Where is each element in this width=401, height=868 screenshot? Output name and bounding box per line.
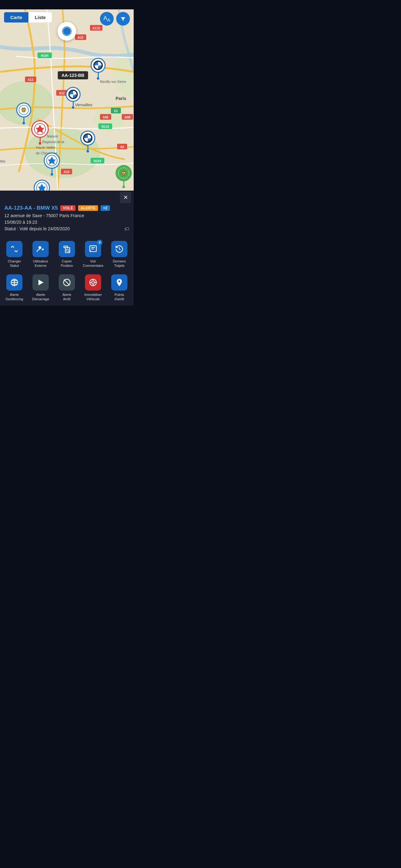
map-pin-bmw1[interactable]: BMW bbox=[91, 58, 106, 80]
action-label-immobiliser-vehicule: ImmobiliserVéhicule bbox=[84, 292, 102, 302]
action-icon-copier-position bbox=[59, 241, 75, 257]
badge-alerte: ALERTE bbox=[78, 205, 98, 211]
close-btn-row: ✕ bbox=[0, 191, 134, 203]
vehicle-title-row: AA-123-AA - BMW X5 VOLÉ ALERTE +2 bbox=[4, 205, 129, 211]
tab-carte[interactable]: Carte bbox=[4, 12, 28, 23]
action-label-alerte-arret: AlerteArrêt bbox=[63, 292, 71, 302]
action-label-alerte-demarrage: AlerteDémarrage bbox=[32, 292, 49, 302]
tag-icon: 🏷 bbox=[124, 226, 129, 232]
action-icon-utilisateur-externe bbox=[32, 241, 49, 257]
vehicle-name: AA-123-AA - BMW X5 bbox=[4, 205, 58, 211]
action-label-points-arret: Pointsd'arrêt bbox=[114, 292, 124, 302]
action-icon-alerte-demarrage bbox=[32, 274, 49, 290]
map-view: A115 A115 A15 N184 A13 A12 E5 A86 A6B N1… bbox=[0, 9, 134, 191]
svg-text:🦁: 🦁 bbox=[21, 107, 27, 113]
svg-line-74 bbox=[119, 249, 121, 250]
vehicle-date: 15/06/20 à 19:23 bbox=[4, 219, 129, 226]
filter-icon bbox=[120, 16, 126, 22]
svg-text:Neuilly-sur-Seine: Neuilly-sur-Seine bbox=[100, 80, 126, 84]
svg-text:A12: A12 bbox=[59, 92, 65, 95]
action-alerte-geofencing[interactable]: AlerteGeofencing bbox=[1, 271, 28, 305]
action-icon-immobiliser-vehicule bbox=[85, 274, 101, 290]
action-label-alerte-geofencing: AlerteGeofencing bbox=[6, 292, 23, 302]
action-label-changer-statut: ChangerStatut bbox=[8, 259, 21, 268]
svg-text:A10: A10 bbox=[64, 170, 70, 174]
vehicle-address: 12 avenue de Saxe - 75007 Paris France bbox=[4, 213, 129, 219]
map-pin-bmw2[interactable]: BMW bbox=[66, 87, 80, 109]
svg-text:A6: A6 bbox=[120, 145, 124, 149]
badge-plus: +2 bbox=[101, 205, 110, 211]
center-location-button[interactable] bbox=[58, 22, 76, 41]
map-pin-peugeot1[interactable]: 🦁 bbox=[16, 102, 31, 124]
action-alerte-demarrage[interactable]: AlerteDémarrage bbox=[28, 271, 54, 305]
svg-text:E5: E5 bbox=[114, 110, 118, 113]
svg-text:N118: N118 bbox=[101, 125, 109, 128]
svg-marker-80 bbox=[38, 279, 43, 285]
map-pin-renault2[interactable] bbox=[44, 153, 60, 176]
action-icon-changer-statut bbox=[6, 241, 23, 257]
filter-button[interactable] bbox=[116, 12, 130, 26]
svg-point-84 bbox=[92, 281, 94, 284]
svg-text:Paris: Paris bbox=[115, 96, 126, 101]
map-pin-peugeot2[interactable]: 🦁 bbox=[115, 165, 132, 188]
action-icon-alerte-geofencing bbox=[6, 274, 23, 290]
svg-text:N184: N184 bbox=[41, 54, 48, 58]
vehicle-status-row: Statut : Volé depuis le 24/05/2020 🏷 bbox=[4, 226, 129, 232]
svg-text:Haute Vallée: Haute Vallée bbox=[36, 146, 56, 149]
svg-line-61 bbox=[12, 246, 14, 248]
font-size-button[interactable]: AA bbox=[100, 12, 114, 26]
svg-text:illet: illet bbox=[0, 159, 5, 163]
svg-text:A13: A13 bbox=[28, 78, 34, 82]
action-derniers-trajets[interactable]: DerniersTrajets bbox=[106, 238, 132, 271]
action-changer-statut[interactable]: ChangerStatut bbox=[1, 238, 28, 271]
action-label-copier-position: CopierPosition bbox=[61, 259, 73, 268]
action-label-utilisateur-externe: UtilisateurExterne bbox=[33, 259, 48, 268]
svg-text:BMW: BMW bbox=[86, 137, 90, 140]
action-icon-alerte-arret bbox=[59, 274, 75, 290]
action-icon-derniers-trajets bbox=[111, 241, 127, 257]
svg-point-68 bbox=[67, 249, 69, 251]
svg-text:BMW: BMW bbox=[71, 94, 75, 96]
action-buttons-grid: ChangerStatut UtilisateurExterne CopierP… bbox=[0, 235, 134, 306]
action-points-arret[interactable]: Pointsd'arrêt bbox=[106, 271, 132, 305]
vehicle-label-callout: AA-123-BB bbox=[58, 71, 88, 80]
view-tab-group: Carte Liste bbox=[4, 12, 52, 23]
action-copier-position[interactable]: CopierPosition bbox=[54, 238, 80, 271]
tab-liste[interactable]: Liste bbox=[28, 12, 52, 23]
svg-line-82 bbox=[64, 279, 70, 285]
action-voir-commentaire[interactable]: 4 VoirCommentaire bbox=[80, 238, 106, 271]
action-icon-voir-commentaire: 4 bbox=[85, 241, 101, 257]
action-label-voir-commentaire: VoirCommentaire bbox=[83, 259, 103, 268]
action-utilisateur-externe[interactable]: UtilisateurExterne bbox=[28, 238, 54, 271]
svg-line-63 bbox=[16, 251, 18, 252]
action-immobiliser-vehicule[interactable]: ImmobiliserVéhicule bbox=[80, 271, 106, 305]
action-label-derniers-trajets: DerniersTrajets bbox=[113, 259, 126, 268]
action-icon-points-arret bbox=[111, 274, 127, 290]
vehicle-detail-panel: ✕ AA-123-AA - BMW X5 VOLÉ ALERTE +2 12 a… bbox=[0, 191, 134, 306]
vehicle-info: AA-123-AA - BMW X5 VOLÉ ALERTE +2 12 ave… bbox=[0, 203, 134, 235]
map-pin-renault1[interactable] bbox=[31, 120, 49, 145]
svg-text:BMW: BMW bbox=[96, 65, 101, 67]
svg-text:🦁: 🦁 bbox=[121, 170, 127, 176]
action-alerte-arret[interactable]: AlerteArrêt bbox=[54, 271, 80, 305]
map-pin-renault3[interactable] bbox=[34, 180, 50, 191]
badge-vole: VOLÉ bbox=[60, 205, 75, 211]
vehicle-status: Statut : Volé depuis le 24/05/2020 bbox=[4, 226, 70, 232]
svg-text:A6B: A6B bbox=[124, 116, 131, 119]
svg-text:A15: A15 bbox=[78, 36, 84, 39]
svg-text:N104: N104 bbox=[94, 159, 101, 163]
map-pin-bmw3[interactable]: BMW bbox=[80, 131, 95, 153]
close-panel-button[interactable]: ✕ bbox=[120, 192, 131, 203]
svg-point-64 bbox=[38, 246, 41, 249]
status-bar bbox=[0, 0, 134, 9]
svg-text:A86: A86 bbox=[103, 116, 109, 119]
